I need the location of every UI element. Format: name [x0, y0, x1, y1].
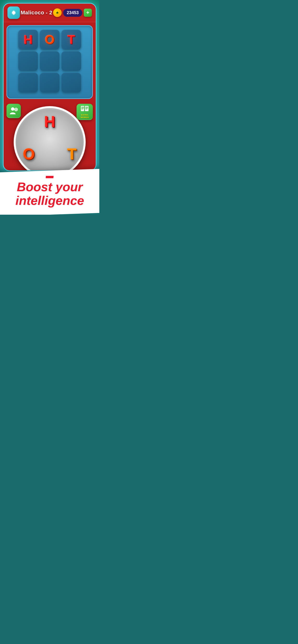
tile-empty-2-1: [18, 51, 38, 71]
tile-h: H: [18, 30, 38, 49]
wheel-letter-o: O: [23, 145, 35, 163]
svg-rect-11: [85, 108, 88, 108]
extra-words-label: Extra Words: [77, 114, 92, 119]
svg-point-1: [11, 107, 14, 111]
svg-rect-6: [85, 106, 89, 111]
svg-rect-7: [81, 107, 84, 107]
svg-rect-8: [81, 108, 84, 108]
tile-o: O: [40, 30, 60, 49]
svg-rect-10: [85, 107, 88, 107]
game-container: Malicoco - 2 ♣ 23453 + H O T: [3, 3, 96, 171]
word-row-2: [11, 51, 88, 71]
level-title: Malicoco - 2: [21, 10, 52, 16]
svg-rect-9: [81, 109, 83, 109]
svg-rect-12: [85, 109, 87, 109]
game-area: Extra Words H O T AZ: [4, 102, 96, 171]
bottom-banner: Boost your intelligence: [0, 169, 99, 215]
tile-empty-2-3: [61, 51, 81, 71]
tile-empty-3-3: [61, 73, 81, 92]
word-row-3: [11, 73, 88, 92]
add-coins-button[interactable]: +: [84, 8, 92, 17]
banner-text: Boost your intelligence: [2, 180, 97, 208]
word-row-1: H O T: [11, 30, 88, 49]
extra-words-button[interactable]: Extra Words: [77, 104, 93, 120]
coin-count: 23453: [63, 9, 82, 17]
letter-wheel[interactable]: H O T: [14, 106, 86, 171]
wheel-letter-h: H: [44, 113, 55, 130]
header: Malicoco - 2 ♣ 23453 +: [4, 4, 96, 22]
tile-empty-3-2: [40, 73, 60, 92]
settings-button[interactable]: [8, 6, 20, 19]
tile-empty-2-2: [40, 51, 60, 71]
book-icon: [81, 105, 89, 114]
add-friend-button[interactable]: [7, 104, 21, 118]
word-grid: H O T: [7, 25, 93, 99]
coin-icon: ♣: [53, 8, 62, 17]
tile-empty-3-1: [18, 73, 38, 92]
tile-t: T: [61, 30, 81, 49]
wheel-letter-t: T: [67, 145, 77, 163]
coins-area: ♣ 23453 +: [53, 8, 92, 17]
svg-rect-5: [81, 106, 84, 111]
